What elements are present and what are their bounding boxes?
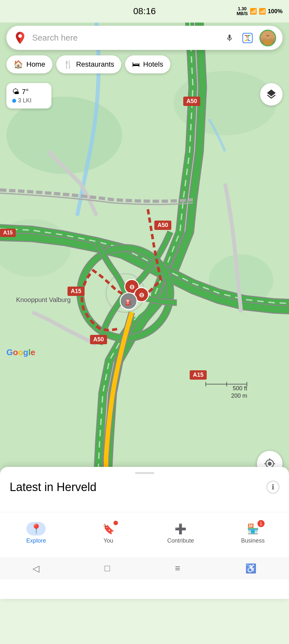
nav-explore[interactable]: 📍 Explore xyxy=(0,522,72,544)
avatar-image xyxy=(260,31,275,45)
svg-text:⊖: ⊖ xyxy=(129,283,135,290)
home-icon: 🏠 xyxy=(14,60,23,69)
hotels-button[interactable]: 🛏 Hotels xyxy=(125,55,170,73)
weather-aqi: 3 LKI xyxy=(18,97,32,104)
svg-point-18 xyxy=(263,40,272,45)
place-label-valburg: Knooppunt Valburg xyxy=(16,296,71,304)
svg-rect-16 xyxy=(243,33,252,43)
you-notification-dot xyxy=(113,521,118,525)
you-icon: 🔖 xyxy=(103,523,114,535)
nav-business-label: Business xyxy=(241,537,265,544)
contribute-icon: ➕ xyxy=(175,523,186,535)
nav-you[interactable]: 🔖 You xyxy=(72,522,145,544)
hotels-label: Hotels xyxy=(143,60,163,69)
lens-search-button[interactable] xyxy=(241,32,254,44)
voice-search-button[interactable] xyxy=(223,32,236,44)
nav-contribute[interactable]: ➕ Contribute xyxy=(145,522,217,544)
system-nav-bar: ◁ □ ≡ ♿ xyxy=(0,557,289,580)
restaurants-icon: 🍴 xyxy=(63,60,73,69)
home-button[interactable]: 🏠 Home xyxy=(6,55,52,73)
sheet-handle[interactable] xyxy=(135,472,154,474)
layer-button[interactable] xyxy=(260,83,283,106)
weather-aqi-row: 3 LKI xyxy=(12,97,46,104)
quick-access-buttons: 🏠 Home 🍴 Restaurants 🛏 Hotels xyxy=(6,55,170,73)
nav-you-icon-wrap: 🔖 xyxy=(99,522,118,535)
status-bar: 08:16 1.30MB/S 📶 📶 100% xyxy=(0,0,289,23)
svg-text:⊖: ⊖ xyxy=(139,291,144,298)
business-icon: 🏪 xyxy=(247,523,259,535)
weather-icon: 🌤 xyxy=(12,88,19,96)
status-time: 08:16 xyxy=(133,6,156,16)
recents-button[interactable]: ≡ xyxy=(175,563,180,573)
google-logo: Google xyxy=(6,347,35,357)
nav-business-icon-wrap: 🏪 1 xyxy=(243,522,263,535)
svg-point-17 xyxy=(265,33,271,39)
nav-contribute-label: Contribute xyxy=(167,537,194,544)
maps-logo xyxy=(13,31,27,45)
road-label-a15-mid: A15 xyxy=(68,287,85,296)
nav-business[interactable]: 🏪 1 Business xyxy=(217,522,289,544)
svg-point-20 xyxy=(268,35,269,36)
home-label: Home xyxy=(26,60,45,69)
svg-point-15 xyxy=(18,34,22,38)
wifi-icon: 📶 xyxy=(250,8,257,15)
scale-bar: 500 ft 200 m xyxy=(205,384,247,399)
back-button[interactable]: ◁ xyxy=(32,563,40,574)
nav-explore-icon-wrap: 📍 xyxy=(26,522,46,535)
explore-icon: 📍 xyxy=(30,523,42,535)
status-right-icons: 1.30MB/S 📶 📶 100% xyxy=(237,6,283,16)
hotels-icon: 🛏 xyxy=(132,60,140,69)
road-label-a50-bot: A50 xyxy=(90,335,107,344)
bottom-nav: 📍 Explore 🔖 You ➕ Contribute 🏪 1 Busines… xyxy=(0,512,289,557)
nav-explore-label: Explore xyxy=(26,537,46,544)
aqi-dot xyxy=(12,99,16,103)
search-action-icons xyxy=(223,30,276,46)
nav-you-label: You xyxy=(104,537,113,544)
road-label-a50-mid: A50 xyxy=(154,221,171,230)
weather-widget[interactable]: 🌤 7° 3 LKI xyxy=(6,83,51,109)
battery-icon: 100% xyxy=(268,8,283,15)
svg-point-19 xyxy=(266,35,268,36)
search-bar[interactable]: Search here xyxy=(6,26,283,50)
accessibility-button[interactable]: ♿ xyxy=(245,563,257,574)
home-sys-button[interactable]: □ xyxy=(104,563,110,573)
weather-temp-row: 🌤 7° xyxy=(12,88,46,96)
restaurants-button[interactable]: 🍴 Restaurants xyxy=(56,55,122,73)
nav-contribute-icon-wrap: ➕ xyxy=(171,522,190,535)
business-badge: 1 xyxy=(257,520,265,527)
weather-temp: 7° xyxy=(22,88,29,96)
sheet-title-text: Latest in Herveld xyxy=(10,480,96,494)
signal-icon: 📶 xyxy=(259,8,266,15)
search-placeholder[interactable]: Search here xyxy=(32,33,223,43)
speed-indicator: 1.30MB/S xyxy=(237,6,248,16)
road-label-a15-bot: A15 xyxy=(190,370,207,380)
road-label-a15-left: A15 xyxy=(0,229,16,237)
scale-label-meters: 200 m xyxy=(205,393,247,399)
svg-text:⛽: ⛽ xyxy=(125,298,132,306)
user-avatar[interactable] xyxy=(259,30,276,46)
info-button[interactable]: ℹ xyxy=(266,481,279,494)
restaurants-label: Restaurants xyxy=(76,60,114,69)
road-label-a50-top: A50 xyxy=(183,97,200,106)
bottom-sheet-title: Latest in Herveld ℹ xyxy=(0,480,289,500)
